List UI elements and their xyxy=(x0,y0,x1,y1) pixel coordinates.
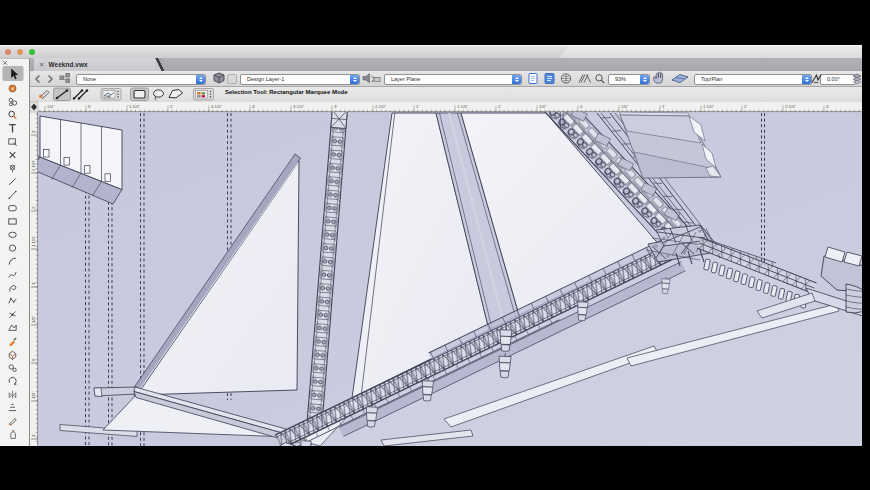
svg-text:4': 4' xyxy=(252,104,255,109)
svg-text:4.1/0": 4.1/0" xyxy=(211,104,223,109)
svg-text:OHE: OHE xyxy=(104,95,111,99)
svg-text:1/0": 1/0" xyxy=(539,104,547,109)
svg-text:1/0": 1/0" xyxy=(621,104,629,109)
svg-text:1': 1' xyxy=(662,104,665,109)
svg-text:1': 1' xyxy=(31,282,36,285)
svg-text:3': 3' xyxy=(31,130,36,133)
svg-text:2.1/0": 2.1/0" xyxy=(375,104,387,109)
svg-text:1.1/0": 1.1/0" xyxy=(31,235,36,247)
svg-text:2': 2' xyxy=(31,206,36,209)
svg-text:2': 2' xyxy=(744,104,747,109)
svg-text:1': 1' xyxy=(498,104,501,109)
svg-text:3.1/0": 3.1/0" xyxy=(293,104,305,109)
svg-text:5.1/0": 5.1/0" xyxy=(129,104,141,109)
svg-text:1/0": 1/0" xyxy=(47,104,55,109)
svg-text:5': 5' xyxy=(170,104,173,109)
svg-text:2.1/0": 2.1/0" xyxy=(785,104,797,109)
svg-text:3': 3' xyxy=(826,104,829,109)
svg-text:1/0": 1/0" xyxy=(31,315,36,323)
svg-text:6': 6' xyxy=(88,104,91,109)
svg-text:1/0": 1/0" xyxy=(31,391,36,399)
svg-text:2': 2' xyxy=(416,104,419,109)
svg-text:3': 3' xyxy=(334,104,337,109)
svg-text:1.1/0": 1.1/0" xyxy=(457,104,469,109)
svg-text:1.1/0": 1.1/0" xyxy=(703,104,715,109)
svg-text:1': 1' xyxy=(31,434,36,437)
svg-text:2.1/0": 2.1/0" xyxy=(31,159,36,171)
